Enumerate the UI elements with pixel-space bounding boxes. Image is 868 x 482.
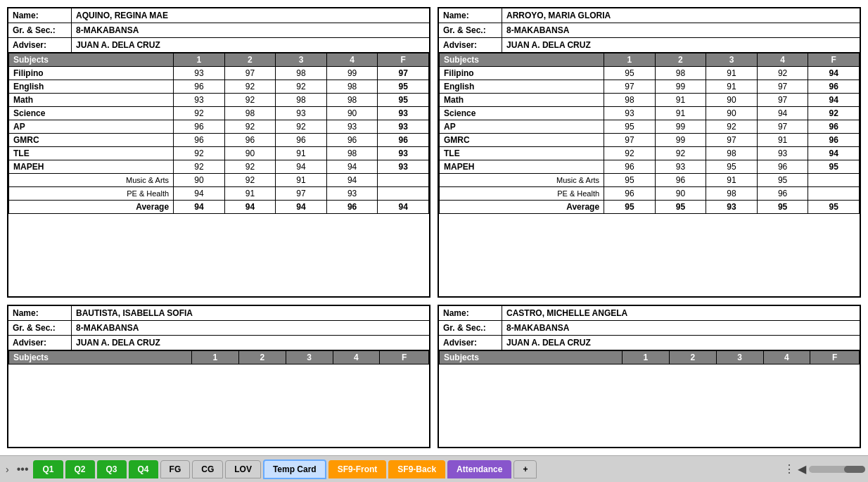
tab-attendance[interactable]: Attendance <box>447 460 511 478</box>
grade-q2: 96 <box>224 134 276 147</box>
grades-table: Subjects1234F Filipino 95 98 91 92 94 En… <box>439 53 860 214</box>
table-row: MAPEH 96 93 95 96 95 <box>440 160 860 174</box>
col-header-3: 3 <box>276 53 327 67</box>
col-header-4: 4 <box>757 53 808 67</box>
tab-lov[interactable]: LOV <box>225 460 261 478</box>
grade-final: 97 <box>378 67 429 80</box>
sub-subject-row: PE & Health 96 90 98 96 <box>440 187 860 201</box>
report-card-card-bautista: Name: BAUTISTA, ISABELLA SOFIA Gr. & Sec… <box>7 305 430 448</box>
tab-more-options[interactable]: ⋮ <box>784 462 795 476</box>
sub-grade-q3: 91 <box>276 174 327 187</box>
table-row: Science 93 91 90 94 92 <box>440 107 860 120</box>
grade-q1: 96 <box>174 80 225 94</box>
sub-subject-row: Music & Arts 90 92 91 94 <box>9 174 429 187</box>
tab-tempcard[interactable]: Temp Card <box>263 459 326 479</box>
subject-name: Science <box>440 107 604 120</box>
grade-q4: 97 <box>757 94 808 107</box>
tab-cg[interactable]: CG <box>192 460 223 478</box>
tab-sf9back[interactable]: SF9-Back <box>388 460 445 478</box>
sub-grade-q1: 96 <box>604 187 656 201</box>
col-header-subjects: Subjects <box>440 53 604 67</box>
grade-q4: 98 <box>326 147 378 160</box>
grade-q2: 99 <box>655 120 706 134</box>
info-label: Gr. & Sec.: <box>439 23 502 37</box>
table-row: Math 98 91 90 97 94 <box>440 94 860 107</box>
grade-q4: 91 <box>757 134 808 147</box>
col-header-4: 4 <box>326 53 378 67</box>
tab-plus[interactable]: + <box>513 460 537 478</box>
grade-q3: 92 <box>276 80 327 94</box>
grade-q4: 94 <box>757 107 808 120</box>
grade-q4: 90 <box>326 107 378 120</box>
subject-name: TLE <box>440 147 604 160</box>
col-header-4: 4 <box>333 351 380 364</box>
tab-q2[interactable]: Q2 <box>65 460 95 478</box>
info-value: CASTRO, MICHELLE ANGELA <box>502 306 632 320</box>
tab-scroll-left[interactable]: ◀ <box>798 462 806 476</box>
average-q2: 95 <box>655 201 706 214</box>
tab-sf9front[interactable]: SF9-Front <box>328 460 387 478</box>
col-header-2: 2 <box>655 53 706 67</box>
average-row: Average 95 95 93 95 95 <box>440 201 860 214</box>
grade-final: 93 <box>378 147 429 160</box>
info-row: Name: BAUTISTA, ISABELLA SOFIA <box>8 306 429 321</box>
tab-nav-prev[interactable]: › <box>3 462 12 476</box>
sub-grade-q1: 95 <box>604 174 656 187</box>
tab-fg[interactable]: FG <box>160 460 191 478</box>
sub-grade-q2: 90 <box>655 187 706 201</box>
subject-name: English <box>9 80 174 94</box>
subject-name: Science <box>9 107 174 120</box>
grade-q4: 96 <box>326 134 378 147</box>
grade-q2: 97 <box>224 67 276 80</box>
main-content: Name: AQUINO, REGINA MAE Gr. & Sec.: 8-M… <box>0 0 868 455</box>
info-value: AQUINO, REGINA MAE <box>72 8 172 23</box>
col-header-f: F <box>380 351 429 364</box>
sub-grade-q3: 97 <box>276 187 327 201</box>
tab-q1[interactable]: Q1 <box>33 460 63 478</box>
grades-table: Subjects1234F <box>8 350 429 364</box>
sub-subject-row: Music & Arts 95 96 91 95 <box>440 174 860 187</box>
grade-q4: 94 <box>326 160 378 174</box>
grade-q3: 97 <box>706 134 758 147</box>
table-row: Filipino 93 97 98 99 97 <box>9 67 429 80</box>
grade-final: 96 <box>808 120 860 134</box>
grade-q2: 92 <box>224 160 276 174</box>
info-value: JUAN A. DELA CRUZ <box>502 38 595 52</box>
info-label: Name: <box>8 8 72 23</box>
grade-q1: 92 <box>174 160 225 174</box>
grade-q4: 93 <box>757 147 808 160</box>
tab-q3[interactable]: Q3 <box>97 460 127 478</box>
info-value: JUAN A. DELA CRUZ <box>72 38 165 52</box>
grade-final: 94 <box>808 147 860 160</box>
subject-name: Math <box>440 94 604 107</box>
col-header-subjects: Subjects <box>440 351 623 364</box>
grade-q2: 92 <box>224 94 276 107</box>
average-final: 95 <box>808 201 860 214</box>
grade-q3: 96 <box>276 134 327 147</box>
grade-q1: 97 <box>604 80 656 94</box>
info-label: Gr. & Sec.: <box>8 23 72 37</box>
grade-q2: 91 <box>655 107 706 120</box>
average-q4: 96 <box>326 201 378 214</box>
table-row: TLE 92 92 98 93 94 <box>440 147 860 160</box>
tab-scrollbar[interactable] <box>809 466 865 473</box>
info-row: Gr. & Sec.: 8-MAKABANSA <box>439 23 860 38</box>
table-row: MAPEH 92 92 94 94 93 <box>9 160 429 174</box>
subject-name: Filipino <box>440 67 604 80</box>
grade-q1: 96 <box>604 160 656 174</box>
grade-final: 95 <box>808 160 860 174</box>
tab-scroll-thumb <box>844 466 865 473</box>
average-q3: 94 <box>276 201 327 214</box>
grade-q4: 96 <box>757 160 808 174</box>
average-label: Average <box>440 201 604 214</box>
info-row: Gr. & Sec.: 8-MAKABANSA <box>8 321 429 336</box>
col-header-3: 3 <box>286 351 333 364</box>
grade-final: 95 <box>378 94 429 107</box>
grade-final: 93 <box>378 107 429 120</box>
grade-q1: 95 <box>604 67 656 80</box>
col-header-1: 1 <box>174 53 225 67</box>
info-row: Name: ARROYO, MARIA GLORIA <box>439 8 860 23</box>
info-label: Adviser: <box>8 336 72 350</box>
report-card-card-castro: Name: CASTRO, MICHELLE ANGELA Gr. & Sec.… <box>438 305 861 448</box>
tab-q4[interactable]: Q4 <box>129 460 158 478</box>
